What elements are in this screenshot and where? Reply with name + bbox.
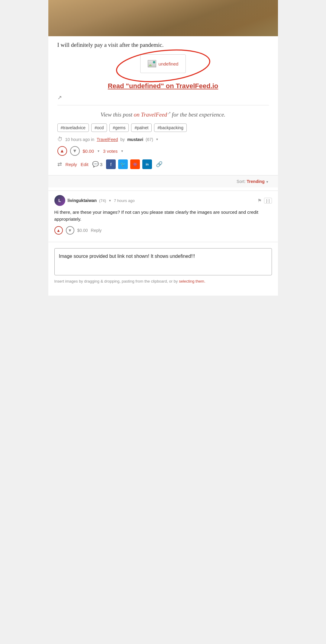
retweet-icon: ⇄ — [57, 161, 62, 168]
downvote-button[interactable]: ▼ — [70, 146, 80, 156]
comment-vote-row: ▲ ▼ $0.00 Reply — [54, 226, 272, 235]
author-dropdown-arrow[interactable]: ▼ — [156, 138, 159, 141]
copy-link-icon[interactable]: 🔗 — [154, 159, 164, 169]
tag-item[interactable]: #traveladvice — [57, 123, 89, 132]
tag-item[interactable]: #ocd — [91, 123, 107, 132]
sort-section: Sort: Trending ▼ — [48, 175, 278, 187]
time-ago: 10 hours ago in — [65, 137, 95, 142]
flag-icon[interactable]: ⚑ — [257, 198, 262, 203]
travelfeed-link[interactable]: on TravelFeed — [134, 111, 167, 118]
comment-time: 7 hours ago — [114, 198, 135, 203]
comment-author-area: L livinguktaiwan (74) ▼ 7 hours ago — [54, 195, 135, 206]
collapse-button[interactable]: [-] — [264, 198, 272, 203]
comment-bubble-icon: 💬 — [92, 161, 99, 168]
share-icon[interactable]: ↗ — [57, 94, 269, 101]
vote-count-dropdown[interactable]: ▼ — [121, 149, 124, 153]
tags-list: #traveladvice#ocd#gems#palnet#backpackin… — [57, 123, 269, 132]
external-link-icon: ↗ — [167, 111, 170, 115]
comment-downvote-button[interactable]: ▼ — [66, 226, 74, 235]
linkedin-share-icon[interactable]: in — [142, 159, 152, 169]
sort-label: Sort: — [237, 179, 246, 184]
post-meta: ⏱ 10 hours ago in TravelFeed by mustavi … — [57, 136, 269, 143]
action-row: ⇄ Reply Edit 💬 3 f 🐦 👾 in 🔗 — [57, 159, 269, 169]
avatar: L — [54, 195, 65, 206]
comment-rep: (74) — [99, 198, 106, 203]
insert-images-text: Insert images by dragging & dropping, pa… — [54, 279, 272, 284]
vote-amount: $0.00 — [83, 149, 94, 154]
comment-author[interactable]: livinguktaiwan — [68, 198, 97, 203]
author-name[interactable]: mustavi — [127, 137, 143, 142]
sort-dropdown-arrow[interactable]: ▼ — [266, 180, 269, 184]
clock-icon: ⏱ — [57, 136, 63, 143]
comment-reply-button[interactable]: Reply — [91, 228, 102, 233]
comment-header: L livinguktaiwan (74) ▼ 7 hours ago ⚑ [-… — [54, 195, 272, 206]
comment-count: 3 — [100, 162, 102, 167]
hero-image — [48, 0, 278, 36]
twitter-share-icon[interactable]: 🐦 — [118, 159, 128, 169]
vote-amount-dropdown[interactable]: ▼ — [97, 149, 100, 153]
read-travelfeed-link[interactable]: Read "undefined" on TravelFeed.io — [57, 82, 269, 90]
by-label: by — [120, 137, 125, 142]
tag-item[interactable]: #palnet — [131, 123, 152, 132]
divider — [57, 105, 269, 105]
view-post-text: View this post on TravelFeed↗ for the be… — [57, 111, 269, 118]
community-link[interactable]: TravelFeed — [97, 137, 118, 142]
social-icons: f 🐦 👾 in 🔗 — [106, 159, 164, 169]
comment-card: L livinguktaiwan (74) ▼ 7 hours ago ⚑ [-… — [48, 191, 278, 239]
tag-item[interactable]: #gems — [109, 123, 129, 132]
reply-compose-box[interactable]: Image source provided but link not shown… — [54, 248, 272, 275]
facebook-share-icon[interactable]: f — [106, 159, 116, 169]
reddit-share-icon[interactable]: 👾 — [130, 159, 140, 169]
edit-button[interactable]: Edit — [81, 162, 89, 167]
upvote-button[interactable]: ▲ — [57, 146, 67, 156]
undefined-image-container: undefined — [57, 54, 269, 77]
comment-body: Hi there, are these your images? If not … — [54, 209, 272, 223]
post-body-text: I will definitely pay a visit after the … — [57, 42, 269, 48]
undefined-box: undefined — [140, 54, 186, 73]
comment-actions-right: ⚑ [-] — [257, 198, 272, 203]
broken-image-icon — [148, 60, 156, 67]
comment-author-dropdown[interactable]: ▼ — [108, 199, 111, 202]
comment-vote-amount: $0.00 — [77, 228, 88, 233]
vote-count: 3 votes — [103, 149, 118, 154]
vote-row: ▲ ▼ $0.00 ▼ 3 votes ▼ — [57, 146, 269, 156]
sort-value[interactable]: Trending — [247, 179, 265, 184]
comments-count-area: 💬 3 — [92, 161, 102, 168]
select-images-link[interactable]: selecting them. — [179, 279, 205, 284]
author-rep: (67) — [146, 137, 153, 142]
reply-compose-section: Image source provided but link not shown… — [48, 242, 278, 290]
reply-button[interactable]: Reply — [66, 162, 77, 167]
undefined-text-label: undefined — [159, 61, 179, 66]
tag-item[interactable]: #backpacking — [154, 123, 187, 132]
comment-upvote-button[interactable]: ▲ — [54, 226, 63, 235]
